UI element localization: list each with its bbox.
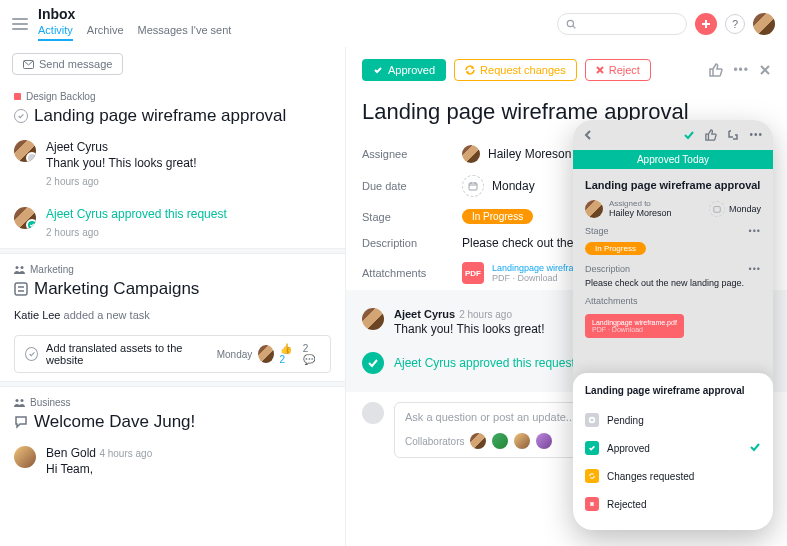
timestamp: 2 hours ago (459, 309, 512, 320)
like-icon[interactable] (705, 129, 717, 141)
approval-text: Ajeet Cyrus approved this request (46, 207, 331, 221)
collaborators-label: Collaborators (405, 436, 464, 447)
field-label-assignee: Assignee (362, 148, 462, 160)
menu-icon[interactable] (12, 18, 28, 30)
plus-icon (701, 19, 711, 29)
approval-banner: Approved Today (573, 150, 773, 169)
breadcrumb: Marketing (30, 264, 74, 275)
mobile-attachment[interactable]: Landingpage wireframe.pdf PDF · Download (585, 314, 684, 338)
more-icon[interactable]: ••• (749, 264, 761, 274)
collaborator-avatar[interactable] (470, 433, 486, 449)
svg-point-6 (21, 399, 24, 402)
mobile-description: Please check out the new landing page. (585, 278, 761, 288)
stage-pill[interactable]: In Progress (585, 242, 646, 255)
approved-button[interactable]: Approved (362, 59, 446, 81)
svg-rect-4 (15, 283, 27, 295)
collaborator-avatar[interactable] (514, 433, 530, 449)
feed-approval[interactable]: Ajeet Cyrus approved this request 2 hour… (0, 197, 345, 248)
feed-comment[interactable]: Ajeet Cyrus Thank you! This looks great!… (0, 130, 345, 197)
activity-line: Katie Lee added a new task (0, 303, 345, 327)
approved-icon (585, 441, 599, 455)
timestamp: 4 hours ago (99, 448, 152, 459)
breadcrumb: Business (30, 397, 71, 408)
status-option-approved[interactable]: Approved (585, 434, 761, 462)
author-name: Ben Gold (46, 446, 96, 460)
mobile-due: Monday (729, 204, 761, 214)
send-message-label: Send message (39, 58, 112, 70)
task-row[interactable]: Add translated assets to the website Mon… (14, 335, 331, 373)
conversation-title[interactable]: Welcome Dave Jung! (14, 412, 331, 432)
like-icon[interactable] (709, 63, 723, 77)
changes-icon (585, 469, 599, 483)
timestamp: 2 hours ago (46, 176, 331, 187)
assignee-avatar (462, 145, 480, 163)
project-color-icon (14, 93, 21, 100)
comment-count[interactable]: 2 💬 (303, 343, 320, 365)
calendar-icon (709, 201, 725, 217)
sheet-title: Landing page wireframe approval (585, 385, 761, 396)
subtask-icon[interactable] (727, 129, 739, 141)
back-icon[interactable] (583, 130, 593, 140)
tab-messages-sent[interactable]: Messages I've sent (138, 24, 232, 41)
approved-icon (362, 352, 384, 374)
status-badge-icon (26, 152, 36, 162)
check-circle-icon[interactable] (14, 109, 28, 123)
speech-icon (14, 415, 28, 429)
request-changes-button[interactable]: Request changes (454, 59, 577, 81)
status-option-pending[interactable]: Pending (585, 406, 761, 434)
tab-archive[interactable]: Archive (87, 24, 124, 41)
create-button[interactable] (695, 13, 717, 35)
pdf-icon: PDF (462, 262, 484, 284)
check-circle-icon[interactable] (25, 347, 38, 361)
assignee-avatar (258, 345, 273, 363)
assignee-avatar (585, 200, 603, 218)
rejected-icon (585, 497, 599, 511)
due-date-field[interactable]: Monday (462, 175, 535, 197)
team-icon (14, 265, 25, 274)
status-sheet: Landing page wireframe approval Pending … (573, 373, 773, 530)
svg-point-0 (567, 20, 573, 26)
field-label-due: Due date (362, 180, 462, 192)
status-option-changes[interactable]: Changes requested (585, 462, 761, 490)
send-message-button[interactable]: Send message (12, 53, 123, 75)
like-count[interactable]: 👍 2 (280, 343, 297, 365)
envelope-icon (23, 60, 34, 69)
current-user-avatar (362, 402, 384, 424)
comment-author: Ajeet Cyrus (394, 308, 455, 320)
comment-text: Hi Team, (46, 462, 331, 476)
more-icon[interactable]: ••• (749, 129, 763, 141)
mobile-assignee: Hailey Moreson (609, 208, 672, 218)
search-input[interactable] (557, 13, 687, 35)
stage-pill[interactable]: In Progress (462, 209, 533, 224)
tab-activity[interactable]: Activity (38, 24, 73, 41)
assignee-field[interactable]: Hailey Moreson (462, 145, 571, 163)
mobile-task-title: Landing page wireframe approval (585, 179, 761, 191)
more-icon[interactable]: ••• (749, 226, 761, 236)
field-label-description: Description (362, 237, 462, 249)
task-title[interactable]: Landing page wireframe approval (14, 106, 331, 126)
timestamp: 2 hours ago (46, 227, 331, 238)
close-icon[interactable] (759, 64, 771, 76)
task-due: Monday (217, 349, 253, 360)
more-icon[interactable]: ••• (733, 63, 749, 77)
reject-button[interactable]: Reject (585, 59, 651, 81)
feed-comment[interactable]: Ben Gold 4 hours ago Hi Team, (0, 436, 345, 486)
svg-rect-8 (714, 206, 720, 212)
svg-point-2 (16, 266, 19, 269)
task-name: Add translated assets to the website (46, 342, 209, 366)
collaborator-avatar[interactable] (492, 433, 508, 449)
svg-point-5 (16, 399, 19, 402)
help-button[interactable]: ? (725, 14, 745, 34)
selected-check-icon (749, 441, 761, 455)
author-name: Ajeet Cyrus (46, 140, 331, 154)
avatar (14, 446, 36, 468)
mobile-preview: ••• Approved Today Landing page wirefram… (573, 120, 773, 530)
user-avatar[interactable] (753, 13, 775, 35)
project-title[interactable]: Marketing Campaigns (14, 279, 331, 299)
avatar (14, 207, 36, 229)
collaborator-avatar[interactable] (536, 433, 552, 449)
status-option-rejected[interactable]: Rejected (585, 490, 761, 518)
comment-text: Thank you! This looks great! (46, 156, 331, 170)
page-title: Inbox (38, 6, 231, 22)
check-icon[interactable] (683, 129, 695, 141)
